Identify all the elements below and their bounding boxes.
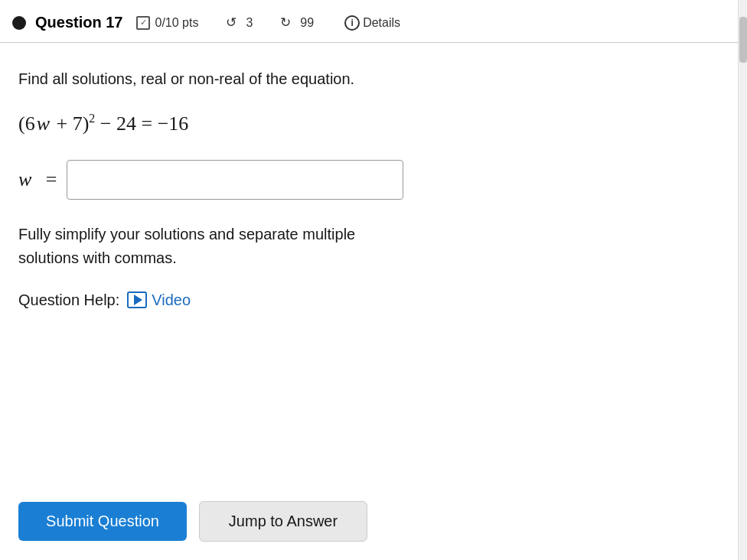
video-link[interactable]: Video (127, 291, 191, 309)
attempt-count: 99 (300, 16, 314, 30)
instruction-text: Find all solutions, real or non-real of … (18, 67, 716, 90)
retry-icon: ↺ (226, 15, 236, 31)
scrollbar-thumb[interactable] (739, 17, 747, 63)
equation-display: (6 w + 7)2 − 24 = −16 (18, 112, 716, 135)
refresh-icon: ↻ (280, 15, 291, 31)
answer-row: w = (18, 160, 716, 200)
instructions-line2: solutions with commas. (18, 249, 177, 266)
scrollbar[interactable] (738, 0, 747, 560)
play-icon (127, 291, 147, 308)
details-section[interactable]: i Details (344, 15, 400, 31)
help-label: Question Help: (18, 291, 119, 309)
jump-to-answer-button[interactable]: Jump to Answer (199, 501, 367, 542)
answer-input[interactable] (67, 160, 403, 200)
page-container: Question 17 ✓ 0/10 pts ↺ 3 ↻ 99 i Detail… (0, 0, 747, 560)
pts-badge: ✓ 0/10 pts (136, 16, 198, 30)
buttons-row: Submit Question Jump to Answer (18, 495, 716, 542)
instructions-text: Fully simplify your solutions and separa… (18, 223, 716, 270)
checkmark-icon: ✓ (136, 16, 150, 30)
info-icon: i (344, 15, 360, 31)
eq-plus7: + 7)2 − 24 = −16 (51, 112, 188, 135)
help-row: Question Help: Video (18, 291, 716, 309)
question-dot-icon (12, 16, 26, 30)
pts-value: 0/10 pts (155, 16, 198, 30)
main-content: Find all solutions, real or non-real of … (0, 43, 747, 560)
play-triangle-icon (134, 295, 142, 305)
details-label: Details (363, 16, 400, 30)
equals-label: = (41, 168, 57, 191)
eq-w: w (37, 112, 50, 135)
eq-open-paren: (6 (18, 112, 35, 135)
question-header: Question 17 ✓ 0/10 pts ↺ 3 ↻ 99 i Detail… (0, 0, 747, 43)
retry-count: 3 (246, 16, 253, 30)
w-label: w (18, 168, 31, 191)
submit-button[interactable]: Submit Question (18, 502, 187, 541)
question-number: Question 17 (35, 14, 122, 31)
video-label: Video (152, 291, 191, 309)
instructions-line1: Fully simplify your solutions and separa… (18, 226, 355, 243)
